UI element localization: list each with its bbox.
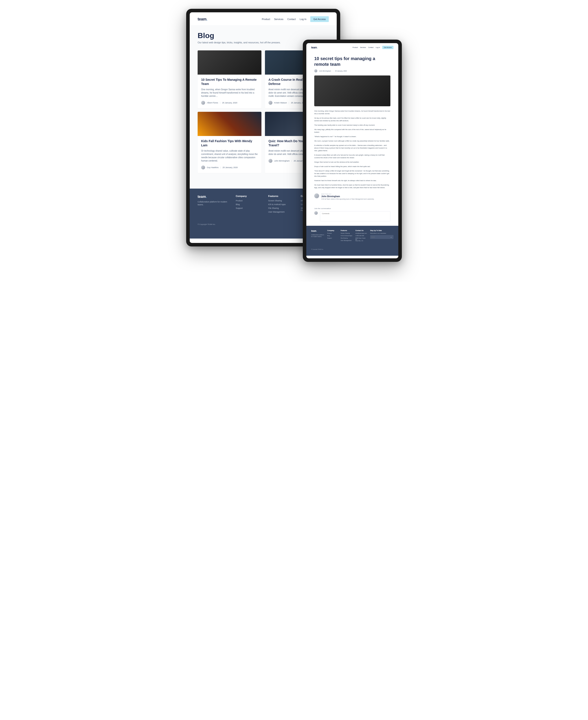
nav-contact[interactable]: Contact bbox=[288, 18, 296, 20]
newsletter-email-input[interactable] bbox=[372, 236, 390, 238]
comment-input[interactable] bbox=[320, 211, 391, 221]
card-date: 25 January, 2020 bbox=[222, 102, 237, 104]
avatar bbox=[314, 211, 318, 215]
nav: Product Services Contact Log In Get Acce… bbox=[353, 46, 394, 49]
footer-head-company: Company bbox=[236, 195, 264, 197]
footer-tagline: Collaboration platform for modern teams. bbox=[197, 200, 231, 206]
article-title: 10 secret tips for managing a remote tea… bbox=[314, 56, 391, 67]
blog-card[interactable]: 10 Secret Tips To Managing A Remote Team… bbox=[197, 50, 261, 108]
footer-contact-phone[interactable]: 1-800-200-300 bbox=[355, 235, 368, 236]
footer-contact-email[interactable]: info@teamapp.com bbox=[355, 233, 368, 234]
article-body: One morning, when Gregor Samsa woke from… bbox=[314, 110, 391, 189]
footer-link[interactable]: Blog bbox=[327, 235, 338, 236]
nav-services[interactable]: Services bbox=[360, 47, 366, 48]
footer-link[interactable]: File Sharing bbox=[341, 237, 353, 239]
card-excerpt: Or technology shared value, cultivate st… bbox=[201, 149, 258, 163]
footer-link[interactable]: iOS & Android Apps bbox=[341, 235, 353, 236]
footer-link[interactable]: Product bbox=[236, 199, 264, 202]
nav-login[interactable]: Log In bbox=[376, 47, 380, 48]
newsletter-form: → bbox=[370, 235, 394, 239]
footer-logo: team. bbox=[311, 230, 324, 232]
avatar bbox=[201, 101, 205, 105]
footer-link[interactable]: Screen Sharing bbox=[341, 233, 353, 234]
blog-card[interactable]: Kids Fall Fashion Tips With Wendy Lam Or… bbox=[197, 112, 261, 173]
footer-tagline: Collaboration platform for modern teams. bbox=[311, 234, 324, 238]
card-image bbox=[197, 112, 261, 136]
get-access-button[interactable]: Get Access bbox=[382, 46, 394, 49]
footer-head-features: Features bbox=[341, 230, 353, 231]
get-access-button[interactable]: Get Access bbox=[310, 16, 329, 22]
logo[interactable]: team. bbox=[197, 17, 208, 22]
footer-link[interactable]: Product bbox=[327, 233, 338, 234]
footer-head-features: Features bbox=[268, 195, 296, 197]
footer-head-company: Company bbox=[327, 230, 338, 231]
logo[interactable]: team. bbox=[311, 46, 318, 49]
footer-link[interactable]: Screen Sharing bbox=[268, 199, 296, 202]
avatar bbox=[314, 69, 317, 72]
nav-product[interactable]: Product bbox=[262, 18, 270, 20]
article-hero-image bbox=[314, 76, 391, 106]
footer-logo: team. bbox=[197, 195, 231, 199]
author-bio: COO at Team. Author of the upcoming book… bbox=[321, 198, 374, 200]
nav-services[interactable]: Services bbox=[274, 18, 284, 20]
written-by-label: WRITTEN BY bbox=[321, 193, 374, 195]
card-image bbox=[197, 50, 261, 75]
footer-head-stayuptodate: Stay Up To Date bbox=[370, 230, 394, 231]
article-date: 25 January, 2020 bbox=[335, 70, 347, 72]
nav-login[interactable]: Log In bbox=[300, 18, 307, 20]
footer-link[interactable]: User Management bbox=[268, 211, 296, 213]
comments-label: Join the conversation bbox=[314, 208, 391, 210]
card-title: Kids Fall Fashion Tips With Wendy Lam bbox=[201, 139, 258, 147]
avatar bbox=[314, 193, 319, 198]
card-title: 10 Secret Tips To Managing A Remote Team bbox=[201, 78, 258, 86]
footer-newsletter-label: Subscribe to our newsletter bbox=[370, 233, 394, 234]
avatar bbox=[269, 101, 272, 105]
comments-section: Join the conversation bbox=[306, 205, 398, 226]
card-author: Kristin Watson bbox=[274, 102, 287, 104]
author-name: John Birmingham bbox=[321, 195, 374, 197]
header: team. Product Services Contact Log In Ge… bbox=[306, 43, 398, 51]
article-author: John Birmingham bbox=[319, 70, 331, 72]
footer-link[interactable]: Support bbox=[236, 207, 264, 209]
avatar bbox=[269, 159, 272, 163]
tablet-article: team. Product Services Contact Log In Ge… bbox=[303, 40, 402, 262]
footer-link[interactable]: User Management bbox=[341, 240, 353, 241]
card-excerpt: One morning, when Gregor Samsa woke from… bbox=[201, 88, 258, 98]
footer-link[interactable]: Support bbox=[327, 237, 338, 239]
card-author: Guy Hawkins bbox=[207, 166, 218, 169]
card-date: 25 January, 2020 bbox=[223, 166, 238, 169]
footer: team. Collaboration platform for modern … bbox=[306, 226, 398, 256]
card-author: Albert Flores bbox=[207, 102, 218, 104]
header: team. Product Services Contact Log In Ge… bbox=[190, 12, 337, 25]
nav-product[interactable]: Product bbox=[353, 47, 358, 48]
nav-contact[interactable]: Contact bbox=[368, 47, 374, 48]
author-box: WRITTEN BY John Birmingham COO at Team. … bbox=[314, 193, 391, 200]
footer-head-contact: Contact Us bbox=[355, 230, 368, 231]
page-title: Blog bbox=[197, 31, 329, 40]
footer-copyright: © Copyright TEAM Inc. bbox=[311, 249, 394, 250]
footer-link[interactable]: Blog bbox=[236, 203, 264, 206]
nav: Product Services Contact Log In Get Acce… bbox=[262, 16, 329, 22]
arrow-right-icon[interactable]: → bbox=[390, 236, 392, 238]
footer-contact-address: 3500 Deer Creek Rd Palo Alto, CA bbox=[355, 237, 368, 241]
avatar bbox=[201, 166, 205, 169]
footer-link[interactable]: iOS & Android Apps bbox=[268, 203, 296, 206]
footer-link[interactable]: File Sharing bbox=[268, 207, 296, 209]
card-author: John Birmingham bbox=[274, 160, 290, 162]
